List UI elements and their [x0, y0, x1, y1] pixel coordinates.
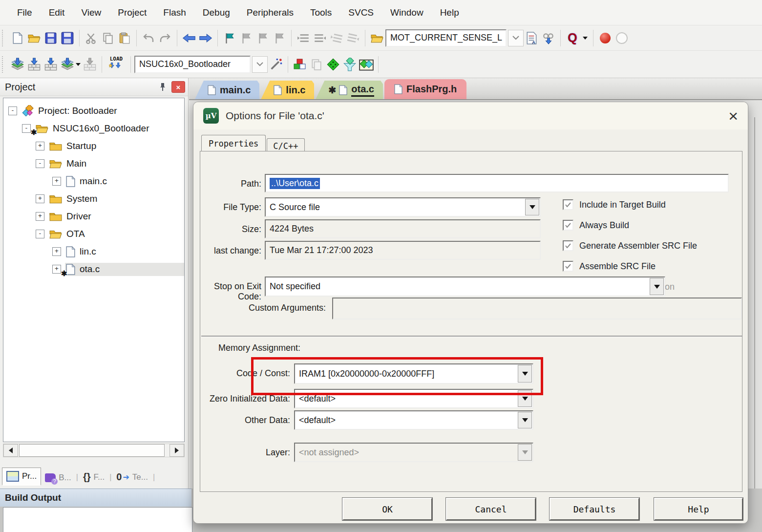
manage-project-items-icon[interactable] — [292, 56, 308, 73]
prev-bookmark-icon[interactable] — [238, 29, 254, 47]
paste-icon[interactable] — [116, 29, 133, 47]
navigate-back-icon[interactable] — [181, 29, 197, 47]
checkbox-always-build[interactable]: Always Build — [563, 220, 629, 231]
expander[interactable]: - — [22, 124, 31, 133]
cancel-button[interactable]: Cancel — [446, 498, 536, 520]
copy-icon[interactable] — [100, 29, 116, 47]
cut-icon[interactable] — [83, 29, 100, 47]
zero-initialized-data-select[interactable]: <default> — [294, 389, 533, 408]
translate-icon[interactable] — [9, 56, 26, 73]
save-all-button[interactable] — [59, 29, 76, 47]
scroll-left-button[interactable] — [3, 444, 18, 457]
configure-find-icon[interactable] — [369, 29, 385, 47]
stop-on-exit-select[interactable]: Not specified — [265, 277, 665, 297]
indent-left-icon[interactable] — [295, 29, 312, 47]
dialog-title-bar[interactable]: µV Options for File 'ota.c' × — [193, 102, 748, 129]
menu-view[interactable]: View — [73, 7, 109, 18]
ok-button[interactable]: OK — [342, 498, 432, 520]
menu-project[interactable]: Project — [109, 7, 155, 18]
tree-item-project-bootloader[interactable]: - Project: Bootloader — [3, 102, 184, 120]
menu-debug[interactable]: Debug — [194, 7, 238, 18]
dropdown-arrow-icon[interactable] — [518, 412, 532, 428]
rebuild-icon[interactable] — [42, 56, 59, 73]
target-select[interactable]: NSUC16x0_Bootloader — [134, 56, 251, 73]
dropdown-arrow-icon[interactable] — [525, 199, 539, 215]
expander[interactable]: + — [36, 212, 44, 221]
tree-item-ota[interactable]: - OTA — [3, 225, 184, 243]
expander[interactable]: - — [36, 230, 44, 238]
quick-search-dropdown[interactable] — [581, 29, 590, 47]
menu-tools[interactable]: Tools — [302, 7, 340, 18]
clear-bookmarks-icon[interactable] — [271, 29, 288, 47]
run-time-environment-icon[interactable] — [325, 56, 341, 73]
undo-icon[interactable] — [140, 29, 157, 47]
build-output-content[interactable] — [3, 507, 192, 532]
pack-installer-icon[interactable] — [358, 56, 375, 73]
redo-icon[interactable] — [157, 29, 173, 47]
custom-arguments-input[interactable] — [332, 298, 742, 319]
tab-ota-c-active[interactable]: ✱ ota.c — [316, 81, 383, 99]
find-in-files-doc-icon[interactable] — [524, 29, 540, 47]
find-in-files-input[interactable]: MOT_CURRENT_SENSE_L — [385, 29, 507, 47]
expander[interactable]: + — [52, 265, 61, 274]
expander[interactable]: - — [36, 159, 44, 168]
pin-icon[interactable] — [158, 82, 168, 92]
options-for-target-icon[interactable] — [268, 56, 284, 73]
find-in-files-icon[interactable] — [540, 29, 557, 47]
tree-item-driver[interactable]: + Driver — [3, 208, 184, 225]
tree-item-lin-c[interactable]: + lin.c — [3, 243, 184, 260]
open-file-button[interactable] — [26, 29, 42, 47]
tree-item-nsuc16x0-bootloader[interactable]: - ✱ NSUC16x0_Bootloader — [3, 120, 184, 137]
tab-flashprg-h[interactable]: FlashPrg.h — [384, 79, 466, 99]
menu-window[interactable]: Window — [382, 7, 432, 18]
clear-breakpoint-icon[interactable] — [614, 29, 630, 47]
project-horizontal-scrollbar[interactable] — [3, 444, 185, 457]
tab-lin-c[interactable]: lin.c — [261, 81, 314, 99]
expander[interactable]: - — [8, 106, 17, 115]
close-panel-button[interactable]: × — [171, 81, 185, 93]
menu-help[interactable]: Help — [432, 7, 467, 18]
tab-books[interactable]: B... — [41, 470, 75, 486]
path-input[interactable]: ..\User\ota.c — [265, 174, 729, 192]
expander[interactable]: + — [52, 177, 61, 186]
menu-flash[interactable]: Flash — [155, 7, 194, 18]
tree-item-startup[interactable]: + Startup — [3, 137, 184, 155]
menu-file[interactable]: File — [9, 7, 41, 18]
tab-templates[interactable]: 0 ➔ Te... — [112, 468, 152, 486]
editor-scrollbar[interactable] — [754, 117, 755, 489]
expander[interactable]: + — [36, 194, 44, 203]
indent-right-icon[interactable] — [312, 29, 328, 47]
manage-layers-icon[interactable] — [308, 56, 325, 73]
toolbar-grip[interactable] — [2, 30, 5, 46]
checkbox-icon[interactable] — [563, 261, 573, 272]
expander[interactable]: + — [36, 142, 44, 150]
checkbox-icon[interactable] — [563, 199, 573, 210]
toolbar-grip[interactable] — [2, 56, 5, 73]
batch-build-icon[interactable] — [59, 56, 82, 73]
expander[interactable]: + — [52, 247, 61, 256]
checkbox-include-in-target-build[interactable]: Include in Target Build — [563, 199, 666, 210]
uncomment-icon[interactable] — [345, 29, 361, 47]
scroll-right-button[interactable] — [169, 444, 184, 457]
tree-item-main-c[interactable]: + main.c — [3, 172, 184, 190]
breakpoint-icon[interactable] — [597, 29, 614, 47]
menu-edit[interactable]: Edit — [41, 7, 73, 18]
checkbox-icon[interactable] — [563, 220, 573, 231]
comment-icon[interactable] — [328, 29, 345, 47]
select-software-packs-icon[interactable] — [341, 56, 358, 73]
tree-item-system[interactable]: + System — [3, 190, 184, 208]
insert-bookmark-icon[interactable] — [221, 29, 238, 47]
help-button[interactable]: Help — [654, 498, 743, 520]
tab-main-c[interactable]: main.c — [195, 81, 259, 99]
new-file-button[interactable] — [9, 29, 26, 47]
target-select-dropdown[interactable] — [252, 56, 268, 73]
tree-item-ota-c-selected[interactable]: + ✱ ota.c — [3, 260, 184, 278]
next-bookmark-icon[interactable] — [254, 29, 271, 47]
save-button[interactable] — [42, 29, 59, 47]
stop-build-icon[interactable] — [82, 56, 98, 73]
menu-svcs[interactable]: SVCS — [340, 7, 382, 18]
checkbox-icon[interactable] — [563, 240, 573, 251]
defaults-button[interactable]: Defaults — [550, 498, 639, 520]
tab-project[interactable]: Pr... — [2, 468, 41, 486]
dropdown-arrow-icon[interactable] — [518, 390, 532, 407]
